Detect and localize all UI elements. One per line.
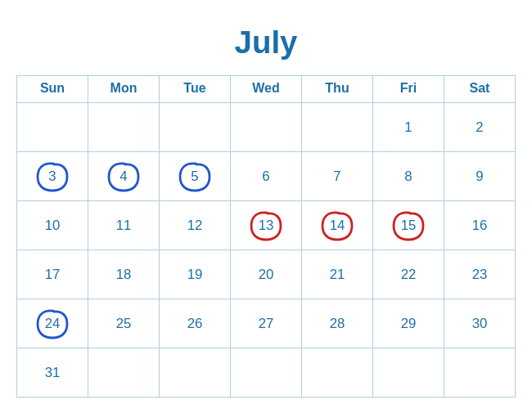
calendar-cell: 7 — [302, 152, 373, 201]
calendar-cell: 9 — [444, 152, 516, 201]
calendar-cell: 15 — [373, 201, 444, 250]
day-number: 4 — [119, 169, 127, 185]
calendar-cell — [231, 348, 302, 398]
calendar-cell — [373, 348, 444, 398]
calendar-cell — [160, 103, 231, 152]
calendar-cell: 16 — [444, 201, 516, 250]
day-number: 28 — [330, 316, 345, 332]
calendar-cell: 10 — [17, 201, 88, 250]
day-number: 18 — [116, 267, 132, 283]
calendar-cell — [444, 348, 516, 398]
day-number: 24 — [45, 316, 61, 332]
day-number: 26 — [187, 316, 203, 332]
day-number: 27 — [259, 316, 274, 332]
day-number: 19 — [187, 267, 203, 283]
day-number: 15 — [401, 218, 417, 234]
weekday-thu: Thu — [302, 76, 373, 103]
calendar-week-5: 31 — [17, 348, 516, 398]
day-number: 8 — [404, 169, 412, 185]
weekday-header-row: SunMonTueWedThuFriSat — [17, 76, 516, 103]
calendar-cell: 21 — [302, 250, 373, 299]
weekday-sat: Sat — [444, 76, 516, 103]
calendar-cell: 6 — [231, 152, 302, 201]
weekday-tue: Tue — [160, 76, 231, 103]
day-number: 6 — [262, 169, 269, 185]
calendar-cell — [302, 103, 373, 152]
calendar-cell: 3 — [17, 152, 88, 201]
calendar-cell: 24 — [17, 299, 88, 348]
day-number: 12 — [187, 218, 203, 234]
day-number: 10 — [45, 218, 61, 234]
calendar-cell: 11 — [88, 201, 160, 250]
calendar-cell — [88, 348, 160, 398]
day-number: 22 — [401, 267, 417, 283]
calendar-cell: 30 — [444, 299, 516, 348]
calendar-cell: 26 — [160, 299, 231, 348]
day-number: 2 — [476, 119, 483, 136]
calendar-cell — [231, 103, 302, 152]
weekday-wed: Wed — [231, 76, 302, 103]
day-number: 14 — [330, 218, 345, 234]
calendar-table: SunMonTueWedThuFriSat 12 3 4 56789101112… — [16, 75, 516, 398]
calendar-cell: 23 — [444, 250, 516, 299]
calendar-cell: 31 — [17, 348, 88, 398]
calendar-cell: 17 — [17, 250, 88, 299]
calendar-cell — [17, 103, 88, 152]
calendar-cell — [88, 103, 160, 152]
calendar-cell: 12 — [160, 201, 231, 250]
day-number: 7 — [333, 169, 340, 185]
calendar-week-4: 24252627282930 — [17, 299, 516, 348]
day-number: 5 — [191, 169, 198, 185]
calendar-week-2: 101112 13 14 1516 — [17, 201, 516, 250]
day-number: 1 — [404, 119, 412, 136]
weekday-fri: Fri — [373, 76, 444, 103]
calendar-cell: 13 — [231, 201, 302, 250]
weekday-mon: Mon — [88, 76, 160, 103]
day-number: 29 — [401, 316, 417, 332]
calendar-cell: 4 — [88, 152, 160, 201]
day-number: 25 — [116, 316, 132, 332]
day-number: 23 — [472, 267, 488, 283]
day-number: 11 — [116, 218, 132, 234]
calendar-cell: 14 — [302, 201, 373, 250]
day-number: 17 — [45, 267, 61, 283]
day-number: 13 — [259, 218, 274, 234]
day-number: 9 — [476, 169, 483, 185]
day-number: 3 — [48, 169, 56, 185]
calendar-cell — [160, 348, 231, 398]
day-number: 31 — [45, 365, 61, 381]
weekday-sun: Sun — [17, 76, 88, 103]
calendar-cell: 22 — [373, 250, 444, 299]
calendar-cell: 29 — [373, 299, 444, 348]
calendar-cell: 18 — [88, 250, 160, 299]
calendar-cell: 8 — [373, 152, 444, 201]
calendar-cell: 5 — [160, 152, 231, 201]
calendar-week-3: 17181920212223 — [17, 250, 516, 299]
day-number: 16 — [472, 218, 488, 234]
calendar-title: July — [235, 25, 298, 61]
calendar-week-1: 3 4 56789 — [17, 152, 516, 201]
calendar-cell: 1 — [373, 103, 444, 152]
calendar-cell: 20 — [231, 250, 302, 299]
calendar-cell: 28 — [302, 299, 373, 348]
calendar-cell — [302, 348, 373, 398]
calendar-cell: 19 — [160, 250, 231, 299]
calendar-week-0: 12 — [17, 103, 516, 152]
calendar-cell: 25 — [88, 299, 160, 348]
day-number: 21 — [330, 267, 345, 283]
calendar-cell: 27 — [231, 299, 302, 348]
calendar-cell: 2 — [444, 103, 516, 152]
day-number: 20 — [259, 267, 274, 283]
day-number: 30 — [472, 316, 488, 332]
